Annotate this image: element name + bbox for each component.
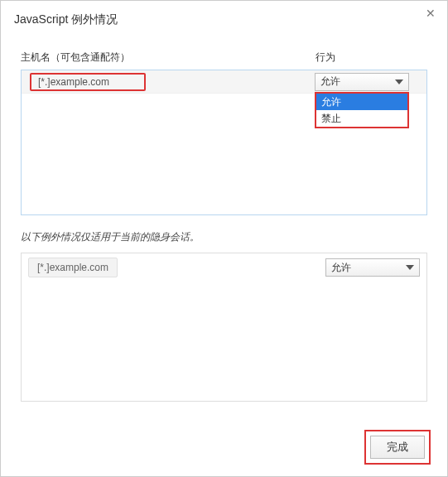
exception-behavior-cell: 允许 允许 禁止 bbox=[315, 70, 426, 93]
chevron-down-icon bbox=[406, 265, 414, 270]
incognito-behavior-cell: 允许 bbox=[325, 258, 420, 277]
dialog: ✕ JavaScript 例外情况 主机名（可包含通配符） 行为 [*.]exa… bbox=[0, 0, 448, 477]
behavior-dropdown: 允许 禁止 bbox=[315, 92, 409, 128]
dialog-content: 主机名（可包含通配符） 行为 [*.]example.com 允许 允许 禁止 bbox=[14, 51, 434, 402]
behavior-select-value: 允许 bbox=[320, 75, 340, 89]
option-allow[interactable]: 允许 bbox=[316, 94, 407, 110]
exception-host-cell: [*.]example.com bbox=[22, 70, 315, 93]
behavior-select[interactable]: 允许 允许 禁止 bbox=[315, 73, 409, 91]
done-button[interactable]: 完成 bbox=[370, 436, 425, 459]
header-behavior: 行为 bbox=[316, 51, 427, 65]
incognito-behavior-select[interactable]: 允许 bbox=[325, 258, 420, 277]
option-block[interactable]: 禁止 bbox=[316, 110, 407, 127]
incognito-note: 以下例外情况仅适用于当前的隐身会话。 bbox=[21, 230, 427, 244]
incognito-exceptions-list: [*.]example.com 允许 bbox=[21, 253, 427, 402]
chevron-down-icon bbox=[395, 80, 403, 84]
column-headers: 主机名（可包含通配符） 行为 bbox=[21, 51, 427, 65]
incognito-hostname-input[interactable]: [*.]example.com bbox=[28, 258, 118, 277]
dialog-footer: 完成 bbox=[364, 430, 431, 465]
dialog-title: JavaScript 例外情况 bbox=[14, 12, 434, 27]
exception-row: [*.]example.com 允许 允许 禁止 bbox=[22, 70, 426, 94]
incognito-exception-row: [*.]example.com 允许 bbox=[22, 253, 426, 282]
exceptions-list: [*.]example.com 允许 允许 禁止 bbox=[21, 70, 427, 215]
incognito-behavior-select-value: 允许 bbox=[331, 261, 351, 275]
hostname-input[interactable]: [*.]example.com bbox=[30, 73, 146, 91]
close-icon[interactable]: ✕ bbox=[426, 7, 436, 19]
header-hostname: 主机名（可包含通配符） bbox=[21, 51, 316, 65]
done-button-highlight: 完成 bbox=[364, 430, 431, 465]
